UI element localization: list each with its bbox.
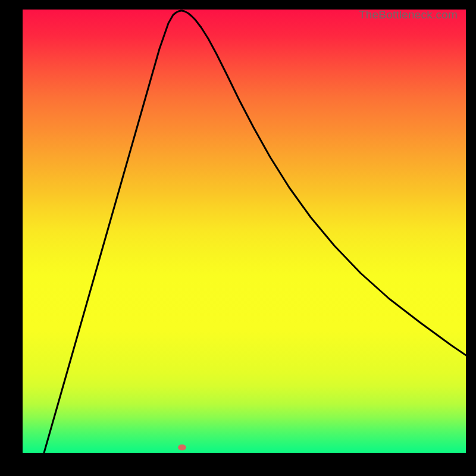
bottleneck-curve: [44, 11, 466, 453]
chart-svg: [23, 10, 466, 453]
marker-dot: [178, 444, 186, 450]
plot-area: TheBottleneck.com: [23, 10, 466, 453]
chart-frame: TheBottleneck.com: [0, 0, 476, 476]
